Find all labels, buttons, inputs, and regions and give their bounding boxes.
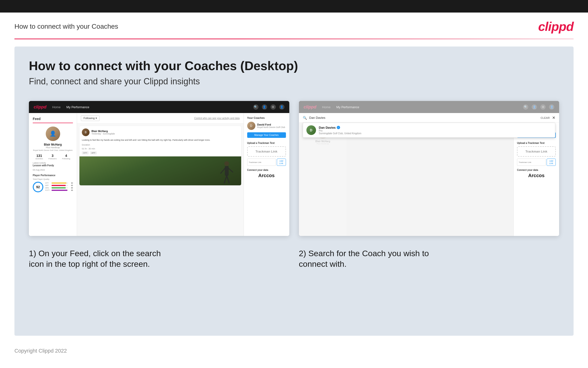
svg-line-5 — [229, 168, 233, 172]
coach-avatar-1: D — [247, 122, 255, 130]
post-avatar-1: B — [82, 129, 89, 136]
verified-badge-2: ✓ — [337, 126, 340, 129]
app-nav-logo-1: clippd — [34, 105, 46, 110]
profile-location-1: Royal North Devon Golf Club, United King… — [33, 149, 73, 151]
trackman-box-2: Trackman Link — [517, 146, 556, 157]
screenshot-2-box: clippd Home My Performance 🔍 👤 ⚙ 👤 Feed — [299, 101, 559, 236]
main-heading: How to connect with your Coaches (Deskto… — [29, 59, 559, 73]
svg-rect-1 — [225, 166, 229, 176]
trackman-text-1: Trackman Link — [251, 150, 282, 153]
trackman-input-1[interactable] — [247, 159, 276, 166]
app-body-1: Feed 👤 Blair McHarg Plus Handicap Royal … — [29, 113, 289, 236]
control-link-1[interactable]: Control who can see your activity and da… — [194, 117, 239, 120]
svg-line-2 — [224, 176, 227, 183]
middle-panel-1: Following ▾ Control who can see your act… — [77, 113, 244, 236]
tag-off-1: OTT — [82, 151, 88, 155]
result-info-2: Dan Davies ✓ Pro Sunningdale Golf Club, … — [319, 126, 361, 135]
bar-arg-1: ARG 86 — [45, 187, 73, 189]
following-button-1[interactable]: Following ▾ — [81, 115, 100, 121]
arccos-logo-2: Arccos — [517, 173, 556, 178]
trackman-input-row-2: Add Link — [517, 159, 556, 166]
header-divider — [14, 38, 574, 39]
stat-activities-1: 131 Activities — [35, 154, 43, 160]
result-club-2: Sunningdale Golf Club, United Kingdom — [319, 132, 361, 135]
profile-name-1: Blair McHarg — [33, 143, 73, 146]
trackman-input-2[interactable] — [517, 159, 546, 166]
right-panel-1: Your Coaches D David Ford Royal North De… — [244, 113, 289, 236]
search-icon-nav[interactable]: 🔍 — [253, 104, 258, 110]
result-avatar-2: D — [306, 125, 316, 135]
step-1-text: 1) On your Feed, click on the searchicon… — [29, 248, 289, 269]
arccos-logo-1: Arccos — [247, 173, 286, 178]
stat-following-1: 4 Following — [62, 154, 70, 160]
connect-title-2: Connect your data — [517, 169, 556, 171]
left-panel-1: Feed 👤 Blair McHarg Plus Handicap Royal … — [29, 113, 77, 236]
post-duration-1: Duration — [79, 144, 241, 147]
manage-coaches-btn-1[interactable]: Manage Your Coaches — [247, 132, 286, 138]
following-bar-1: Following ▾ Control who can see your act… — [77, 113, 244, 124]
page-title: How to connect with your Coaches — [14, 23, 118, 30]
nav-home-1[interactable]: Home — [52, 105, 61, 109]
post-author-meta-1: Yesterday · Sunningdale — [91, 133, 115, 135]
profile-avatar-1: 👤 — [46, 127, 60, 141]
header: How to connect with your Coaches clippd — [0, 12, 588, 38]
post-text-1: Looking to feel like my hands are exitin… — [79, 138, 241, 144]
latest-activity-label-1: Latest Activity — [33, 162, 73, 164]
performance-box-1: Player Performance Total Player Quality … — [33, 174, 73, 192]
svg-line-3 — [227, 176, 229, 183]
add-link-btn-1[interactable]: Add Link — [277, 159, 286, 166]
svg-line-4 — [221, 168, 225, 173]
feed-label-1: Feed — [33, 117, 73, 123]
coach-name-1: David Ford — [257, 123, 285, 126]
bar-putt-1: PUTT 96 — [45, 189, 73, 191]
latest-activity-name-1: Lesson with Fordy — [33, 164, 73, 167]
bar-ott-1: OTT 90 — [45, 182, 73, 184]
post-image-1 — [79, 156, 241, 185]
result-name-2: Dan Davies — [319, 126, 336, 129]
steps-row: 1) On your Feed, click on the searchicon… — [29, 248, 559, 269]
coaches-title-1: Your Coaches — [247, 116, 286, 119]
perf-sub-1: Total Player Quality — [33, 178, 73, 180]
search-results-2: D Dan Davies ✓ Pro Sunningdale Golf Club… — [303, 123, 555, 138]
step-1-col: 1) On your Feed, click on the searchicon… — [29, 248, 289, 269]
search-overlay-2: 🔍 Dan Davies CLEAR ✕ D Dan Davies ✓ — [299, 113, 559, 138]
user-avatar-nav[interactable]: 👤 — [279, 104, 284, 110]
score-wrap-1: 92 OTT 90 APP — [33, 182, 73, 192]
golfer-svg-1 — [219, 161, 234, 185]
settings-icon-nav[interactable]: ⚙ — [271, 104, 276, 110]
screenshot-1-col: clippd Home My Performance 🔍 👤 ⚙ 👤 Feed — [29, 101, 289, 236]
trackman-text-2: Trackman Link — [520, 150, 552, 153]
add-link-btn-2[interactable]: Add Link — [547, 159, 556, 166]
trackman-box-1: Trackman Link — [247, 146, 286, 157]
tag-app-1: APP — [90, 151, 97, 155]
post-card-1: B Blair McHarg Yesterday · Sunningdale L… — [79, 126, 241, 185]
coach-item-1: D David Ford Royal North Devon Golf Club — [247, 122, 286, 130]
screenshot-1-box: clippd Home My Performance 🔍 👤 ⚙ 👤 Feed — [29, 101, 289, 236]
svg-point-0 — [224, 161, 229, 166]
upload-title-2: Upload a Trackman Test — [517, 142, 556, 144]
coach-info-1: David Ford Royal North Devon Golf Club — [257, 123, 285, 129]
post-author-name-1: Blair McHarg — [91, 130, 115, 133]
stat-followers-1: 3 Followers — [48, 154, 57, 160]
clippd-logo: clippd — [538, 19, 574, 34]
search-input-value-2[interactable]: Dan Davies — [309, 116, 538, 120]
nav-performance-1[interactable]: My Performance — [66, 105, 89, 109]
search-result-item-2[interactable]: D Dan Davies ✓ Pro Sunningdale Golf Club… — [303, 123, 555, 137]
search-bar-2: 🔍 Dan Davies CLEAR ✕ — [299, 113, 559, 123]
main-content: How to connect with your Coaches (Deskto… — [14, 46, 574, 336]
close-btn-2[interactable]: ✕ — [552, 115, 555, 120]
profile-icon-nav[interactable]: 👤 — [262, 104, 267, 110]
step-2-col: 2) Search for the Coach you wish toconne… — [299, 248, 559, 269]
step-2-text: 2) Search for the Coach you wish toconne… — [299, 248, 559, 269]
top-bar — [0, 0, 588, 12]
post-author-info-1: Blair McHarg Yesterday · Sunningdale — [91, 130, 115, 135]
post-header-1: B Blair McHarg Yesterday · Sunningdale — [79, 126, 241, 138]
screenshots-row: clippd Home My Performance 🔍 👤 ⚙ 👤 Feed — [29, 101, 559, 236]
connect-title-1: Connect your data — [247, 169, 286, 171]
main-subheading: Find, connect and share your Clippd insi… — [29, 76, 559, 86]
latest-activity-date-1: 03 Aug 2022 — [33, 169, 73, 171]
clear-btn-2[interactable]: CLEAR — [541, 116, 550, 119]
post-tags-1: OTT APP — [79, 151, 241, 156]
nav-icons-1: 🔍 👤 ⚙ 👤 — [253, 104, 284, 110]
profile-handicap-1: Plus Handicap — [33, 146, 73, 149]
